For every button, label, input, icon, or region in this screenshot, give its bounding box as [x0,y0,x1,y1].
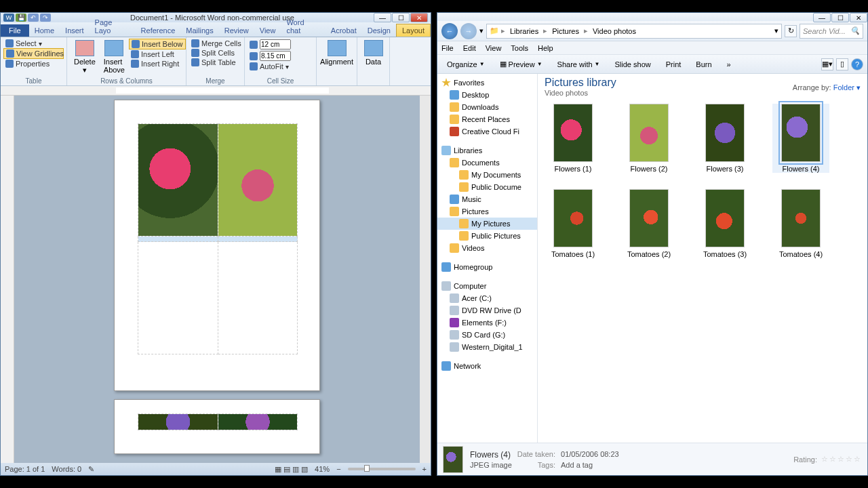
nav-pictures[interactable]: Pictures [437,205,537,218]
nav-public-documents[interactable]: Public Docume [437,181,537,193]
history-dropdown[interactable]: ▾ [479,26,484,35]
nav-public-pictures[interactable]: Public Pictures [437,230,537,242]
insert-left-button[interactable]: Insert Left [129,49,186,59]
zoom-level[interactable]: 41% [315,465,330,473]
thumb-tomatoes-4[interactable]: Tomatoes (4) [772,189,829,258]
nav-network[interactable]: Network [437,360,537,372]
tab-layout[interactable]: Layout [396,24,431,37]
tab-review[interactable]: Review [219,24,254,37]
thumb-flowers-1[interactable]: Flowers (1) [545,104,601,173]
insert-right-button[interactable]: Insert Right [129,59,186,68]
nav-creative-cloud[interactable]: Creative Cloud Fi [437,125,537,138]
view-gridlines-button[interactable]: View Gridlines [3,48,64,59]
autofit-button[interactable]: AutoFit ▾ [248,62,313,71]
document-area[interactable] [14,96,420,463]
tab-home[interactable]: Home [29,24,60,37]
nav-favorites[interactable]: Favorites [437,77,537,89]
view-buttons[interactable]: ▦ ▤ ▥ ▧ [275,465,308,474]
nav-homegroup[interactable]: Homegroup [437,261,537,273]
help-button[interactable]: ? [851,58,863,70]
select-button[interactable]: Select ▾ [3,39,64,48]
nav-recent[interactable]: Recent Places [437,113,537,125]
zoom-out-button[interactable]: − [336,465,340,473]
menu-view[interactable]: View [486,44,502,52]
address-dropdown[interactable]: ▾ [774,26,778,35]
thumb-flowers-3[interactable]: Flowers (3) [696,104,753,173]
thumb-flowers-4[interactable]: Flowers (4) [772,104,829,173]
content-pane[interactable]: Pictures library Video photos Arrange by… [538,74,867,443]
alignment-button[interactable]: Alignment [319,39,354,67]
rating-stars[interactable]: ☆☆☆☆☆ [821,455,862,464]
burn-button[interactable]: Burn [690,58,717,70]
col-width-input[interactable] [248,50,313,62]
exp-maximize-button[interactable]: ☐ [831,13,849,22]
nav-documents[interactable]: Documents [437,157,537,169]
page-2[interactable] [114,399,320,454]
spell-check-icon[interactable]: ✎ [88,465,94,474]
page-indicator[interactable]: Page: 1 of 1 [5,465,45,473]
thumb-flowers-2[interactable]: Flowers (2) [620,104,677,173]
image-flowers-3[interactable] [138,414,218,430]
selected-row-cell[interactable] [138,237,218,242]
navigation-pane[interactable]: Favorites Desktop Downloads Recent Place… [437,74,538,443]
menu-help[interactable]: Help [538,44,553,52]
nav-my-documents[interactable]: My Documents [437,169,537,181]
tab-mailings[interactable]: Mailings [180,24,218,37]
zoom-in-button[interactable]: + [422,465,427,473]
menu-edit[interactable]: Edit [463,44,476,52]
image-flowers-2[interactable] [218,124,298,236]
minimize-button[interactable]: — [374,13,391,22]
thumb-tomatoes-2[interactable]: Tomatoes (2) [620,189,677,258]
tab-references[interactable]: Reference [136,24,181,37]
menu-file[interactable]: File [441,44,454,52]
nav-western-digital[interactable]: Western_Digital_1 [437,341,537,353]
vertical-scrollbar[interactable] [420,96,431,463]
tab-insert[interactable]: Insert [60,24,90,37]
selected-row-cell[interactable] [218,237,298,242]
nav-sdcard-g[interactable]: SD Card (G:) [437,329,537,341]
crumb-video-photos[interactable]: Video photos [590,27,639,35]
print-button[interactable]: Print [660,58,687,70]
back-button[interactable]: ← [441,23,458,39]
empty-cell[interactable] [218,242,298,354]
nav-videos[interactable]: Videos [437,242,537,254]
save-icon[interactable]: 💾 [16,14,26,22]
nav-music[interactable]: Music [437,193,537,205]
more-button[interactable]: » [722,58,736,70]
document-table[interactable] [138,123,298,354]
nav-acer-c[interactable]: Acer (C:) [437,292,537,304]
menu-tools[interactable]: Tools [511,44,528,52]
redo-icon[interactable]: ↷ [40,14,51,22]
page-1[interactable] [114,100,320,391]
nav-dvd-d[interactable]: DVD RW Drive (D [437,304,537,317]
close-button[interactable]: ✕ [410,13,428,22]
refresh-button[interactable]: ↻ [785,25,797,37]
word-count[interactable]: Words: 0 [52,465,81,473]
details-tags-value[interactable]: Add a tag [561,461,619,469]
preview-button[interactable]: ▦ Preview▼ [494,58,548,70]
nav-elements-f[interactable]: Elements (F:) [437,317,537,329]
image-flowers-1[interactable] [138,124,218,236]
vertical-ruler[interactable] [1,96,14,463]
view-mode-button[interactable]: ▦▾ [821,58,833,70]
image-flowers-4[interactable] [218,414,298,430]
tab-view[interactable]: View [254,24,281,37]
nav-my-pictures[interactable]: My Pictures [437,218,537,230]
row-height-input[interactable] [248,39,313,50]
tab-wordchat[interactable]: Word chat [281,16,325,37]
undo-icon[interactable]: ↶ [28,14,39,22]
insert-below-button[interactable]: Insert Below [129,39,186,49]
forward-button[interactable]: → [460,23,477,39]
organize-button[interactable]: Organize▼ [441,58,490,70]
properties-button[interactable]: Properties [3,59,64,68]
empty-cell[interactable] [138,242,218,354]
search-input[interactable]: Search Vid...🔍 [800,24,863,39]
share-button[interactable]: Share with▼ [552,58,606,70]
nav-computer[interactable]: Computer [437,280,537,292]
merge-cells-button[interactable]: Merge Cells [189,39,241,48]
nav-desktop[interactable]: Desktop [437,89,537,101]
split-cells-button[interactable]: Split Cells [189,48,241,58]
crumb-pictures[interactable]: Pictures [549,27,582,35]
tab-page-layout[interactable]: Page Layo [90,16,136,37]
address-bar[interactable]: 📁 ▸ Libraries ▸ Pictures ▸ Video photos … [486,24,782,39]
